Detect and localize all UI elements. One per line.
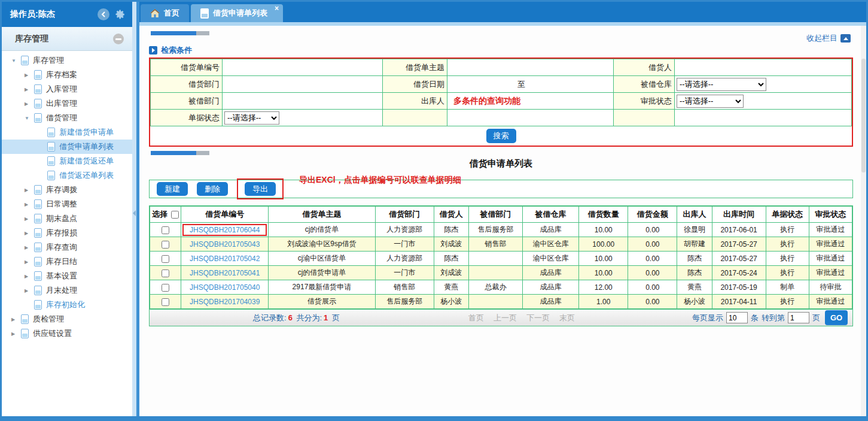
scrollbar-thumb[interactable] (861, 59, 866, 172)
prev-page-button[interactable]: 上一页 (494, 313, 517, 323)
doc-number-link[interactable]: JHSQDBH201704039 (190, 298, 260, 306)
sidebar-item-库存管理[interactable]: ▼库存管理 (2, 53, 132, 68)
expand-arrow-icon[interactable]: ▶ (25, 101, 34, 107)
subject-input[interactable] (449, 61, 611, 74)
tab-home[interactable]: 首页 (141, 4, 189, 22)
close-tab-icon[interactable]: × (275, 5, 279, 12)
collapse-arrow-icon[interactable]: ▼ (25, 116, 34, 121)
row-checkbox[interactable] (162, 284, 169, 292)
doc-number-link[interactable]: JHSQDBH201705043 (190, 240, 260, 249)
sidebar-item-新建借货申请单[interactable]: 新建借货申请单 (2, 125, 132, 140)
sidebar-item-label: 日常调整 (46, 199, 77, 210)
sidebar-item-日常调整[interactable]: ▶日常调整 (2, 197, 132, 211)
sidebar-item-基本设置[interactable]: ▶基本设置 (2, 269, 132, 283)
collapse-arrow-icon[interactable]: ▼ (11, 58, 21, 63)
back-chevron-icon[interactable] (98, 8, 109, 20)
cell-被借仓库: 成品库 (523, 223, 579, 237)
sidebar-item-库存初始化[interactable]: 库存初始化 (2, 298, 132, 312)
row-checkbox[interactable] (162, 298, 169, 306)
expand-arrow-icon[interactable]: ▶ (25, 245, 34, 250)
collapse-panel-icon[interactable] (113, 34, 124, 44)
go-button[interactable]: GO (825, 310, 848, 325)
sidebar-item-借货申请单列表[interactable]: 借货申请单列表 (2, 140, 132, 154)
row-checkbox[interactable] (162, 226, 169, 234)
sidebar-item-库存报损[interactable]: ▶库存报损 (2, 226, 132, 240)
sidebar-item-库存查询[interactable]: ▶库存查询 (2, 240, 132, 255)
per-page-input[interactable] (726, 312, 748, 323)
doc-status-select[interactable]: --请选择-- (224, 111, 279, 125)
doc-no-input[interactable] (224, 61, 380, 74)
delete-button[interactable]: 删除 (197, 182, 228, 196)
cell-被借仓库: 成品库 (523, 266, 579, 280)
column-header-借货单编号: 借货单编号 (181, 207, 269, 223)
collapse-sections-link[interactable]: 收起栏目 (806, 33, 851, 44)
expand-arrow-icon[interactable]: ▶ (25, 259, 34, 265)
sidebar-item-质检管理[interactable]: ▶质检管理 (2, 312, 132, 326)
select-all-checkbox[interactable] (171, 211, 179, 219)
last-page-button[interactable]: 末页 (559, 313, 575, 323)
sidebar-item-出库管理[interactable]: ▶出库管理 (2, 96, 132, 111)
section-arrow-icon[interactable] (149, 46, 157, 54)
sidebar-item-库存日结[interactable]: ▶库存日结 (2, 255, 132, 269)
date-to-input[interactable] (525, 78, 611, 91)
expand-arrow-icon[interactable]: ▶ (25, 202, 34, 207)
expand-arrow-icon[interactable]: ▶ (25, 274, 34, 279)
cell-借货人: 陈杰 (434, 223, 468, 237)
doc-number-link[interactable]: JHSQDBH201705040 (190, 283, 260, 292)
expand-arrow-icon[interactable]: ▶ (25, 72, 34, 78)
sidebar-item-月末处理[interactable]: ▶月末处理 (2, 283, 132, 298)
date-range-field: 至 (449, 78, 611, 91)
new-button[interactable]: 新建 (157, 182, 188, 196)
expand-arrow-icon[interactable]: ▶ (25, 288, 34, 293)
cell-出库人: 杨小波 (677, 295, 712, 309)
doc-number-link[interactable]: JHSQDBH201706044 (190, 226, 260, 234)
sidebar-item-label: 入库管理 (46, 84, 77, 95)
lent-dept-input[interactable] (224, 95, 380, 108)
tab-loan-list[interactable]: 借货申请单列表 × (191, 4, 283, 22)
expand-arrow-icon[interactable]: ▶ (11, 317, 21, 322)
doc-number-link[interactable]: JHSQDBH201705041 (190, 269, 260, 277)
sidebar-item-新建借货返还单[interactable]: 新建借货返还单 (2, 154, 132, 168)
splitter-collapse-icon[interactable] (133, 210, 136, 216)
borrower-input[interactable] (677, 61, 849, 74)
lend-warehouse-select[interactable]: --请选择-- (677, 78, 766, 91)
expand-arrow-icon[interactable]: ▶ (11, 331, 21, 337)
date-from-input[interactable] (449, 78, 517, 91)
per-page-suffix: 条 (751, 313, 759, 323)
approval-status-select[interactable]: --请选择-- (677, 95, 744, 108)
expand-arrow-icon[interactable]: ▶ (25, 87, 34, 92)
document-icon (34, 84, 42, 94)
expand-arrow-icon[interactable]: ▶ (25, 231, 34, 236)
vertical-scrollbar[interactable] (861, 26, 866, 416)
sidebar-item-供应链设置[interactable]: ▶供应链设置 (2, 326, 132, 341)
row-checkbox[interactable] (162, 241, 169, 249)
sidebar-item-借货管理[interactable]: ▼借货管理 (2, 111, 132, 125)
tab-home-label: 首页 (164, 8, 179, 19)
cell-被借仓库: 成品库 (523, 280, 579, 295)
document-icon (34, 185, 42, 195)
sidebar-item-库存调拨[interactable]: ▶库存调拨 (2, 183, 132, 197)
next-page-button[interactable]: 下一页 (526, 313, 550, 323)
expand-arrow-icon[interactable]: ▶ (25, 216, 34, 222)
row-checkbox[interactable] (162, 255, 169, 263)
export-button[interactable]: 导出 (245, 182, 276, 196)
gear-icon[interactable] (114, 8, 126, 20)
goto-page-input[interactable] (788, 312, 809, 323)
expand-arrow-icon[interactable]: ▶ (25, 187, 34, 193)
first-page-button[interactable]: 首页 (468, 313, 484, 323)
sidebar-item-借货返还单列表[interactable]: 借货返还单列表 (2, 168, 132, 183)
cell-借货单主题: 刘成波渝中区9sp借货 (269, 237, 375, 252)
sidebar-splitter[interactable] (132, 2, 139, 416)
main-area: 首页 借货申请单列表 × 收起栏目 检索条件 (139, 2, 866, 416)
borrow-dept-input[interactable] (224, 78, 380, 91)
sidebar-item-入库管理[interactable]: ▶入库管理 (2, 82, 132, 96)
row-checkbox[interactable] (162, 269, 169, 277)
search-button[interactable]: 搜索 (486, 129, 516, 143)
annotation-highlight-box: JHSQDBH201706044 (182, 224, 267, 236)
sidebar-item-库存档案[interactable]: ▶库存档案 (2, 68, 132, 82)
sidebar-item-期末盘点[interactable]: ▶期末盘点 (2, 211, 132, 226)
document-icon (21, 329, 29, 338)
tab-loan-list-label: 借货申请单列表 (213, 8, 267, 19)
sidebar-item-label: 库存报损 (46, 228, 77, 238)
doc-number-link[interactable]: JHSQDBH201705042 (190, 255, 260, 263)
